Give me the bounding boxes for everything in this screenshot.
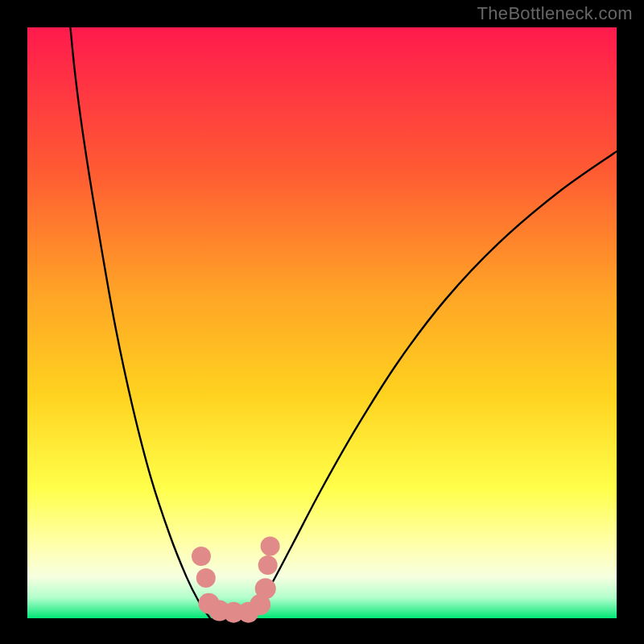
trough-point: [255, 578, 276, 599]
trough-point: [261, 536, 280, 555]
bottleneck-chart: [0, 0, 644, 644]
watermark-text: TheBottleneck.com: [477, 3, 633, 24]
trough-point: [258, 555, 278, 575]
chart-stage: TheBottleneck.com: [0, 0, 644, 644]
trough-point: [196, 568, 216, 588]
plot-background: [27, 27, 617, 618]
trough-point: [192, 547, 211, 566]
